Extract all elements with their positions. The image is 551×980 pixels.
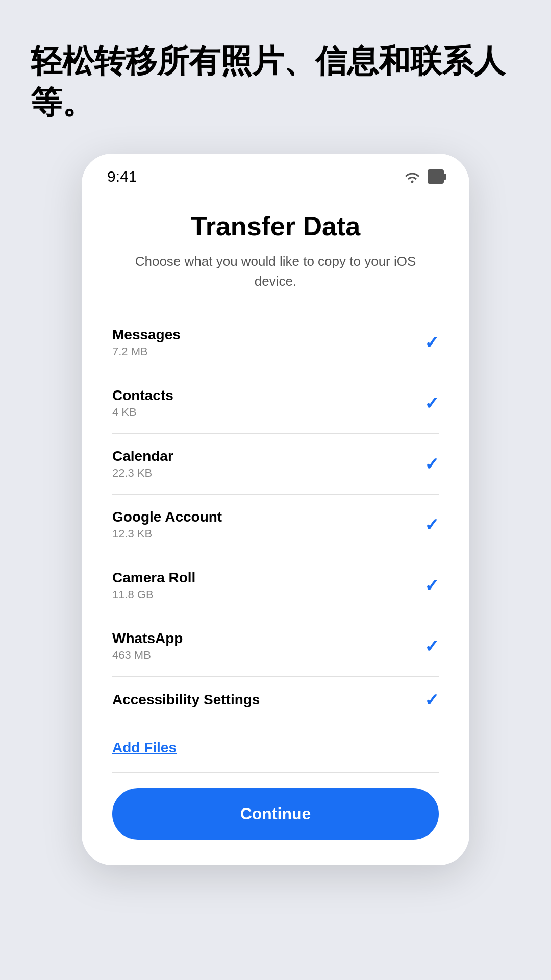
item-info-contacts: Contacts 4 KB <box>112 387 173 419</box>
checkmark-whatsapp: ✓ <box>424 638 439 655</box>
item-name-contacts: Contacts <box>112 387 173 404</box>
list-item-contacts[interactable]: Contacts 4 KB ✓ <box>112 373 439 434</box>
checkmark-google-account: ✓ <box>424 516 439 533</box>
status-bar: 9:41 <box>82 154 469 190</box>
list-item-accessibility-settings[interactable]: Accessibility Settings ✓ <box>112 677 439 723</box>
list-item-camera-roll[interactable]: Camera Roll 11.8 GB ✓ <box>112 555 439 616</box>
list-item-whatsapp[interactable]: WhatsApp 463 MB ✓ <box>112 616 439 677</box>
item-name-accessibility-settings: Accessibility Settings <box>112 692 260 708</box>
item-name-camera-roll: Camera Roll <box>112 570 195 586</box>
item-size-messages: 7.2 MB <box>112 345 181 358</box>
item-name-google-account: Google Account <box>112 509 222 525</box>
checkmark-messages: ✓ <box>424 334 439 351</box>
item-info-messages: Messages 7.2 MB <box>112 327 181 358</box>
transfer-title: Transfer Data <box>112 211 439 241</box>
list-item-google-account[interactable]: Google Account 12.3 KB ✓ <box>112 495 439 555</box>
item-size-whatsapp: 463 MB <box>112 649 183 662</box>
page-title: 轻松转移所有照片、信息和联系人等。 <box>0 0 551 154</box>
item-size-contacts: 4 KB <box>112 406 173 419</box>
item-info-google-account: Google Account 12.3 KB <box>112 509 222 541</box>
phone-mockup: 9:41 Transfer Data Choose what you would… <box>82 154 469 865</box>
list-item[interactable]: Messages 7.2 MB ✓ <box>112 312 439 373</box>
checkmark-contacts: ✓ <box>424 395 439 412</box>
status-time: 9:41 <box>107 168 137 185</box>
status-icons <box>403 169 444 184</box>
checkmark-calendar: ✓ <box>424 455 439 473</box>
checkmark-accessibility-settings: ✓ <box>424 691 439 708</box>
add-files-button[interactable]: Add Files <box>112 723 439 773</box>
item-info-camera-roll: Camera Roll 11.8 GB <box>112 570 195 601</box>
phone-content: Transfer Data Choose what you would like… <box>82 190 469 865</box>
checkmark-camera-roll: ✓ <box>424 577 439 594</box>
item-name-messages: Messages <box>112 327 181 343</box>
item-size-google-account: 12.3 KB <box>112 527 222 541</box>
item-info-whatsapp: WhatsApp 463 MB <box>112 630 183 662</box>
continue-button[interactable]: Continue <box>112 788 439 840</box>
item-size-camera-roll: 11.8 GB <box>112 588 195 601</box>
item-size-calendar: 22.3 KB <box>112 467 173 480</box>
battery-icon <box>428 169 444 184</box>
wifi-icon <box>403 170 421 183</box>
item-name-whatsapp: WhatsApp <box>112 630 183 647</box>
item-info-accessibility-settings: Accessibility Settings <box>112 692 260 708</box>
transfer-subtitle: Choose what you would like to copy to yo… <box>112 252 439 291</box>
item-info-calendar: Calendar 22.3 KB <box>112 448 173 480</box>
item-name-calendar: Calendar <box>112 448 173 464</box>
list-item-calendar[interactable]: Calendar 22.3 KB ✓ <box>112 434 439 495</box>
